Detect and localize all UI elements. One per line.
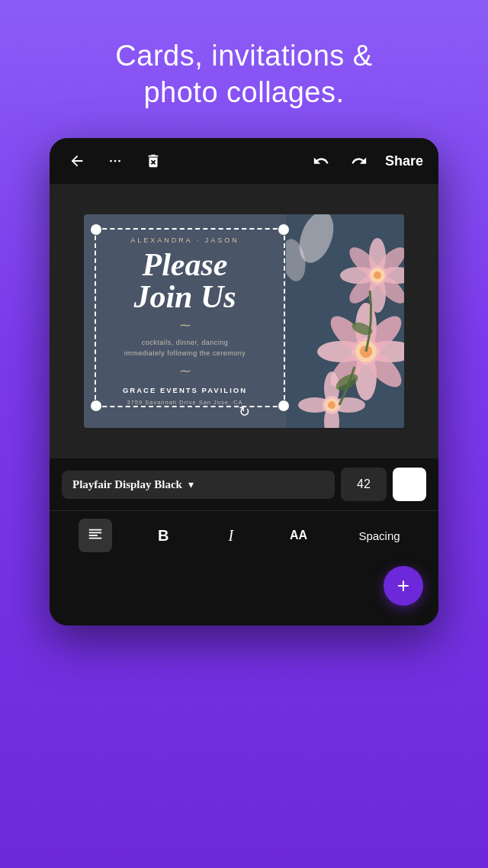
color-picker-box[interactable] — [393, 468, 426, 501]
aa-button[interactable]: AA — [282, 519, 316, 552]
font-name-label: Playfair Display Black — [72, 478, 182, 491]
invite-card[interactable]: ↻ ALEXANDRA · JASON Please Join Us ⁓ coc… — [84, 214, 404, 428]
card-divider: ⁓ — [180, 319, 191, 331]
card-title: Please Join Us — [133, 249, 236, 313]
toolbar: Playfair Display Black ▾ 42 B — [50, 458, 438, 560]
svg-point-25 — [374, 272, 381, 279]
more-options-button[interactable] — [103, 149, 127, 173]
back-button[interactable] — [65, 149, 89, 173]
page-headline: Cards, invitations & photo collages. — [69, 38, 418, 111]
spacing-button[interactable]: Spacing — [349, 523, 409, 548]
toolbar-row2: B I AA Spacing — [50, 511, 438, 560]
bold-button[interactable]: B — [146, 519, 180, 552]
svg-point-1 — [110, 160, 112, 162]
add-fab-button[interactable]: + — [384, 566, 423, 606]
undo-button[interactable] — [309, 149, 333, 173]
card-names: ALEXANDRA · JASON — [130, 236, 239, 244]
redo-button[interactable] — [347, 149, 371, 173]
top-bar: Share — [50, 138, 438, 184]
plus-icon: + — [397, 575, 409, 596]
chevron-down-icon: ▾ — [188, 478, 194, 490]
phone-frame: Share ↻ ALEXANDRA · JASON Please Join Us… — [50, 138, 438, 625]
italic-button[interactable]: I — [214, 519, 248, 552]
card-left-content: ALEXANDRA · JASON Please Join Us ⁓ cockt… — [84, 214, 286, 428]
card-venue: GRACE EVENTS PAVILION — [123, 386, 247, 394]
toolbar-row1: Playfair Display Black ▾ 42 — [50, 458, 438, 511]
card-details: cocktails, dinner, dancing immediately f… — [124, 337, 246, 359]
svg-point-2 — [118, 160, 120, 162]
canvas-area: ↻ ALEXANDRA · JASON Please Join Us ⁓ coc… — [50, 184, 438, 458]
card-floral-image — [286, 214, 404, 428]
align-button[interactable] — [79, 519, 112, 552]
svg-point-0 — [114, 160, 117, 162]
card-divider2: ⁓ — [180, 365, 191, 377]
font-selector[interactable]: Playfair Display Black ▾ — [62, 471, 335, 499]
share-button[interactable]: Share — [385, 153, 423, 169]
font-size-value: 42 — [357, 477, 371, 491]
card-address: 3759 Savannah Drive San Jose, CA — [127, 399, 242, 406]
svg-point-32 — [328, 401, 336, 409]
bottom-toolbar: Playfair Display Black ▾ 42 B — [50, 458, 438, 625]
font-size-box[interactable]: 42 — [341, 468, 387, 501]
delete-button[interactable] — [141, 149, 165, 173]
